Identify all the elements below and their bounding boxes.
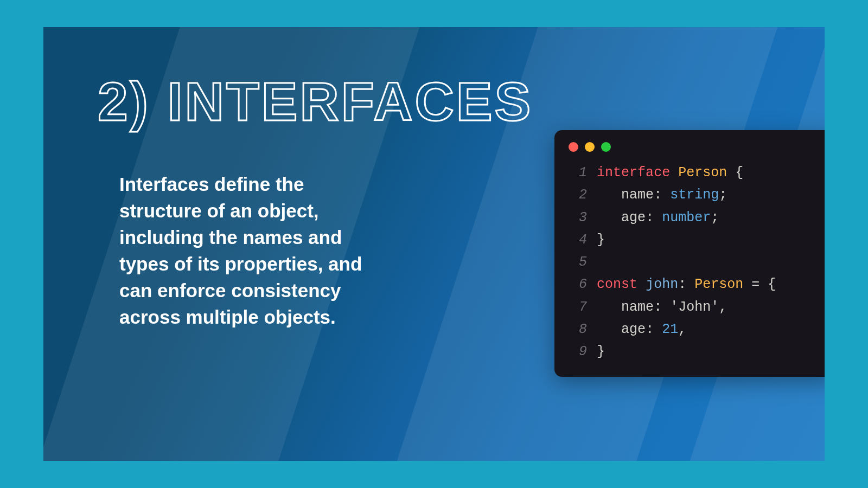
token-punc: : — [654, 187, 670, 203]
token-ident: name — [597, 299, 654, 315]
token-punc: : — [678, 277, 694, 292]
line-number: 6 — [569, 273, 587, 296]
line-number: 8 — [569, 318, 587, 341]
token-punc: : — [654, 299, 670, 315]
token-punc: { — [735, 165, 743, 181]
code-tokens: } — [597, 341, 605, 363]
token-string: 'John' — [670, 299, 719, 315]
code-line: 4} — [569, 229, 822, 251]
code-tokens: name: 'John', — [597, 296, 727, 318]
slide-description: Interfaces define the structure of an ob… — [98, 171, 385, 330]
token-ident: name — [597, 187, 654, 203]
code-line: 5 — [569, 251, 822, 273]
code-tokens: age: number; — [597, 207, 719, 229]
slide-title: 2) INTERFACES — [98, 70, 533, 133]
left-column: 2) INTERFACES Interfaces define the stru… — [98, 70, 554, 439]
token-prim: string — [670, 187, 719, 203]
code-tokens: } — [597, 229, 605, 251]
token-ident: age — [597, 210, 646, 226]
line-number: 4 — [569, 229, 587, 251]
code-body: 1interface Person {2 name: string;3 age:… — [569, 162, 822, 363]
token-num: 21 — [662, 322, 678, 337]
code-tokens: interface Person { — [597, 162, 743, 184]
token-var: john — [646, 277, 678, 292]
code-editor: 1interface Person {2 name: string;3 age:… — [554, 130, 825, 377]
code-line: 8 age: 21, — [569, 318, 822, 341]
content-area: 2) INTERFACES Interfaces define the stru… — [98, 70, 803, 439]
token-punc: = { — [751, 277, 776, 292]
code-line: 2 name: string; — [569, 184, 822, 206]
window-controls — [569, 142, 822, 162]
code-line: 6const john: Person = { — [569, 273, 822, 296]
token-keyword: interface — [597, 165, 678, 181]
token-punc: : — [646, 210, 662, 226]
line-number: 9 — [569, 341, 587, 363]
code-line: 9} — [569, 341, 822, 363]
code-tokens: const john: Person = { — [597, 273, 776, 296]
token-punc: ; — [719, 187, 727, 203]
minimize-icon — [585, 142, 595, 152]
token-type: Person — [694, 277, 751, 292]
token-punc: , — [678, 322, 686, 337]
token-punc: } — [597, 232, 605, 248]
token-punc: ; — [711, 210, 719, 226]
line-number: 1 — [569, 162, 587, 184]
line-number: 5 — [569, 251, 587, 273]
code-tokens: name: string; — [597, 184, 727, 206]
right-column: 1interface Person {2 name: string;3 age:… — [554, 70, 825, 439]
token-type: Person — [678, 165, 735, 181]
token-punc: , — [719, 299, 727, 315]
token-ident: age — [597, 322, 646, 337]
line-number: 7 — [569, 296, 587, 318]
line-number: 3 — [569, 207, 587, 229]
slide: 2) INTERFACES Interfaces define the stru… — [43, 27, 825, 461]
code-line: 3 age: number; — [569, 207, 822, 229]
token-prim: number — [662, 210, 711, 226]
token-punc: : — [646, 322, 662, 337]
maximize-icon — [601, 142, 611, 152]
code-line: 1interface Person { — [569, 162, 822, 184]
token-keyword: const — [597, 277, 646, 292]
line-number: 2 — [569, 184, 587, 206]
code-line: 7 name: 'John', — [569, 296, 822, 318]
close-icon — [569, 142, 578, 152]
token-punc: } — [597, 344, 605, 359]
code-tokens: age: 21, — [597, 318, 686, 341]
